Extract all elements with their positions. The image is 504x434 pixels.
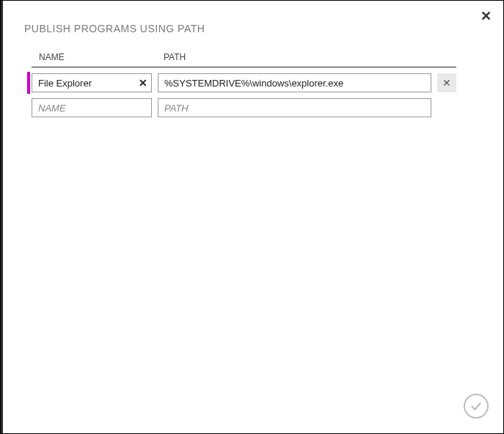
name-cell	[32, 98, 152, 117]
path-cell	[158, 98, 431, 117]
name-cell: ✕	[32, 73, 152, 92]
left-edge-decoration	[1, 1, 3, 433]
header-rule	[32, 67, 456, 67]
table-row: ✕ ✕	[32, 73, 456, 92]
row-action-spacer	[437, 98, 456, 117]
path-cell	[158, 73, 431, 92]
header-name: NAME	[32, 52, 155, 62]
publish-programs-dialog: ✕ PUBLISH PROGRAMS USING PATH NAME PATH …	[0, 0, 504, 434]
table-row	[32, 98, 456, 117]
programs-grid: NAME PATH ✕ ✕	[32, 52, 456, 123]
name-input-empty[interactable]	[32, 98, 152, 117]
checkmark-icon	[470, 400, 483, 413]
close-button[interactable]: ✕	[481, 10, 492, 23]
confirm-button[interactable]	[464, 394, 489, 419]
header-path: PATH	[162, 52, 456, 62]
column-headers: NAME PATH	[32, 52, 456, 62]
remove-icon: ✕	[442, 77, 451, 89]
name-input[interactable]	[32, 73, 152, 92]
dialog-title: PUBLISH PROGRAMS USING PATH	[24, 23, 205, 34]
path-input[interactable]	[158, 73, 431, 92]
remove-row-button[interactable]: ✕	[437, 73, 456, 92]
clear-input-icon[interactable]: ✕	[139, 77, 147, 89]
path-input-empty[interactable]	[158, 98, 431, 117]
close-icon: ✕	[481, 9, 492, 23]
